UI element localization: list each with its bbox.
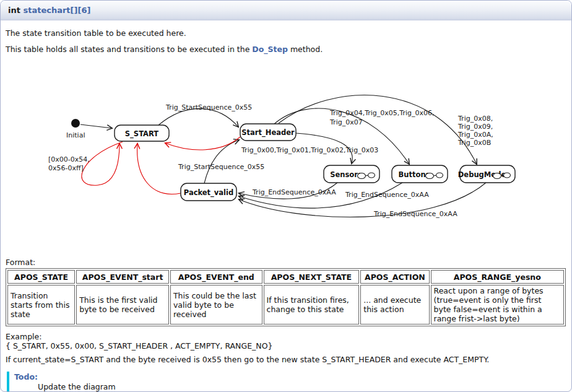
- state-label-sensors: Sensors: [330, 170, 362, 179]
- example-code: { S_START, 0x55, 0x00, S_START_HEADER , …: [6, 341, 272, 351]
- edge-label: Trig_0x0B: [457, 139, 491, 147]
- format-desc-cell: This could be the last valid byte to be …: [170, 285, 262, 324]
- statechart-diagram: S_STARTStart_HeaderSensorsButtonsDebugMo…: [0, 77, 566, 242]
- intro-paragraph-1: The state transition table to be execute…: [6, 28, 566, 38]
- edge-label: [0x00-0x54,: [48, 155, 90, 163]
- initial-state-dot: [71, 119, 80, 128]
- transition-edge-s-start-error-self-loop: [82, 142, 123, 185]
- transition-edge-packet-valid-to-start-header: [204, 140, 239, 183]
- format-header-cell: APOS_ACTION: [360, 270, 429, 284]
- format-header-cell: APOS_RANGE_yesno: [431, 270, 564, 284]
- example-explanation: If current_state=S_START and the byte re…: [6, 355, 566, 364]
- do-step-link[interactable]: Do_Step: [252, 45, 288, 54]
- edge-label: Trig_EndSequence_0xAA: [373, 210, 457, 218]
- example-block: Example:{ S_START, 0x55, 0x00, S_START_H…: [6, 332, 566, 351]
- transition-edge-start-header-error-to-s-start: [165, 137, 240, 150]
- format-header-cell: APOS_NEXT_STATE: [264, 270, 360, 284]
- edge-label: Trig_EndSequence_0xAA: [345, 191, 429, 199]
- format-header-cell: APOS_STATE: [7, 270, 75, 284]
- format-table-header-row: APOS_STATE APOS_EVENT_start APOS_EVENT_e…: [7, 270, 564, 284]
- format-desc-cell: ... and execute this action: [360, 285, 429, 324]
- format-desc-cell: This is the first valid byte to be recei…: [76, 285, 169, 324]
- format-header-cell: APOS_EVENT_start: [76, 270, 169, 284]
- intro-paragraph-2: This table holds all states and transiti…: [6, 45, 566, 54]
- edge-label: Trig_0x09,: [457, 123, 493, 131]
- edge-label: Trig_0x07: [329, 118, 363, 126]
- member-name-link[interactable]: statechart[][6]: [23, 6, 90, 15]
- statechart-diagram-svg: S_STARTStart_HeaderSensorsButtonsDebugMo…: [0, 77, 572, 242]
- edge-label: Trig_0x00,Trig_0x01,Trig_0x02,Trig_0x03: [241, 146, 378, 154]
- format-caption: Format:: [6, 258, 566, 268]
- format-desc-cell: Transition starts from this state: [7, 285, 75, 324]
- state-label-s-start: S_START: [125, 129, 159, 139]
- todo-block: Todo: Update the diagram: [7, 372, 566, 392]
- transition-edge-packet-valid-error-to-s-start: [137, 144, 181, 194]
- state-label-start-header: Start_Header: [241, 128, 295, 137]
- format-desc-cell: If this transition fires, change to this…: [264, 285, 360, 324]
- edge-label: Trig_0x04,Trig_0x05,Trig_0x06,: [329, 109, 435, 117]
- edge-label: 0x56-0xff]: [48, 164, 84, 172]
- member-doc-body: The state transition table to be execute…: [1, 20, 571, 392]
- edge-label: Trig_StartSequence_0x55: [178, 163, 264, 171]
- edge-label: Trig_EndSequence_0xAA: [252, 188, 336, 196]
- format-header-cell: APOS_EVENT_end: [170, 270, 262, 284]
- edge-label: Trig_0x08,: [457, 115, 493, 123]
- initial-state-label: Initial: [66, 131, 85, 139]
- example-caption: Example:: [6, 332, 41, 341]
- member-doc-panel: int statechart[][6] The state transition…: [0, 0, 572, 392]
- member-title-bar: int statechart[][6]: [1, 1, 571, 20]
- transition-edge-initial-to-s-start: [80, 124, 112, 128]
- state-label-packet-valid: Packet_valid: [184, 188, 233, 198]
- todo-text: Update the diagram: [38, 382, 566, 391]
- format-desc-cell: React upon a range of bytes (true=event …: [431, 285, 564, 324]
- edge-label: Trig_StartSequence_0x55: [165, 103, 252, 111]
- format-table: APOS_STATE APOS_EVENT_start APOS_EVENT_e…: [6, 268, 566, 326]
- format-table-desc-row: Transition starts from this state This i…: [7, 285, 564, 324]
- member-type: int: [8, 6, 20, 15]
- intro-paragraph-2-text: This table holds all states and transiti…: [6, 45, 252, 54]
- edge-label: Trig_0x0A,: [457, 131, 493, 139]
- intro-paragraph-2-suffix: method.: [288, 45, 323, 54]
- state-label-buttons: Buttons: [399, 170, 430, 179]
- todo-title: Todo:: [14, 372, 566, 381]
